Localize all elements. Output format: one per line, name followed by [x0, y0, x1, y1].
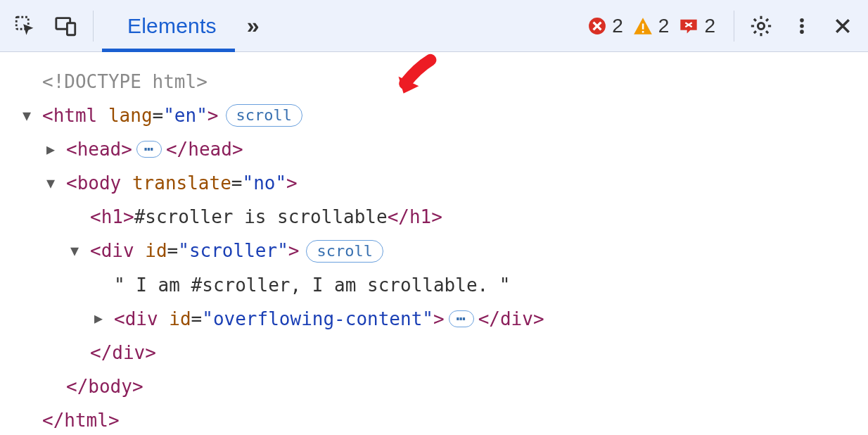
dom-node-close-html[interactable]: </html>	[42, 403, 868, 435]
svg-point-8	[800, 24, 804, 28]
dom-node-doctype[interactable]: <!DOCTYPE html>	[42, 65, 868, 99]
doctype-text: <!DOCTYPE html>	[42, 65, 208, 99]
svg-rect-4	[642, 23, 644, 29]
disclosure-down-icon[interactable]: ▼	[23, 103, 37, 129]
device-toolbar-icon[interactable]	[48, 8, 84, 44]
dom-node-html[interactable]: ▼ <html lang="en"> scroll	[42, 99, 868, 132]
ellipsis-expand-icon[interactable]: ⋯	[449, 310, 474, 327]
scroll-badge[interactable]: scroll	[306, 240, 383, 263]
ellipsis-expand-icon[interactable]: ⋯	[136, 141, 162, 158]
dom-node-h1[interactable]: <h1>#scroller is scrollable</h1>	[42, 200, 868, 234]
disclosure-right-icon[interactable]: ▶	[46, 137, 60, 163]
issue-count-value: 2	[704, 15, 715, 37]
disclosure-down-icon[interactable]: ▼	[46, 170, 60, 196]
more-options-icon[interactable]	[784, 8, 820, 44]
svg-point-6	[758, 23, 764, 29]
dom-node-overflowing-div[interactable]: ▶ <div id="overflowing-content"> ⋯ </div…	[42, 302, 868, 336]
elements-dom-tree[interactable]: <!DOCTYPE html> ▼ <html lang="en"> scrol…	[0, 52, 868, 435]
svg-point-9	[800, 30, 804, 34]
error-count[interactable]: 2	[588, 15, 623, 37]
dom-node-body[interactable]: ▼ <body translate="no">	[42, 166, 868, 200]
svg-point-7	[800, 18, 804, 23]
disclosure-right-icon[interactable]: ▶	[94, 305, 108, 332]
dom-node-close-body[interactable]: </body>	[42, 370, 868, 403]
status-counts[interactable]: 2 2 2	[588, 15, 715, 37]
warning-count[interactable]: 2	[633, 15, 670, 37]
settings-gear-icon[interactable]	[743, 8, 779, 44]
svg-rect-5	[642, 31, 644, 33]
disclosure-down-icon[interactable]: ▼	[70, 238, 84, 264]
tab-elements-label: Elements	[127, 14, 217, 38]
tab-elements[interactable]: Elements	[102, 0, 235, 51]
inspect-element-icon[interactable]	[7, 8, 44, 44]
more-tabs-icon[interactable]: »	[239, 8, 267, 44]
dom-node-close-div[interactable]: </div>	[42, 336, 868, 370]
annotation-arrow-icon	[391, 52, 440, 112]
scroll-badge[interactable]: scroll	[226, 104, 302, 127]
toolbar-separator	[93, 11, 94, 42]
error-count-value: 2	[612, 15, 623, 37]
issue-count[interactable]: 2	[679, 15, 715, 37]
dom-node-head[interactable]: ▶ <head> ⋯ </head>	[42, 132, 868, 166]
devtools-toolbar: Elements » 2 2 2	[0, 0, 868, 52]
dom-text-node[interactable]: " I am #scroller, I am scrollable. "	[42, 268, 868, 302]
warning-count-value: 2	[658, 15, 670, 37]
svg-rect-2	[67, 23, 75, 34]
dom-node-scroller-div[interactable]: ▼ <div id="scroller"> scroll	[42, 234, 868, 267]
toolbar-separator	[734, 11, 734, 42]
close-icon[interactable]	[824, 8, 861, 44]
